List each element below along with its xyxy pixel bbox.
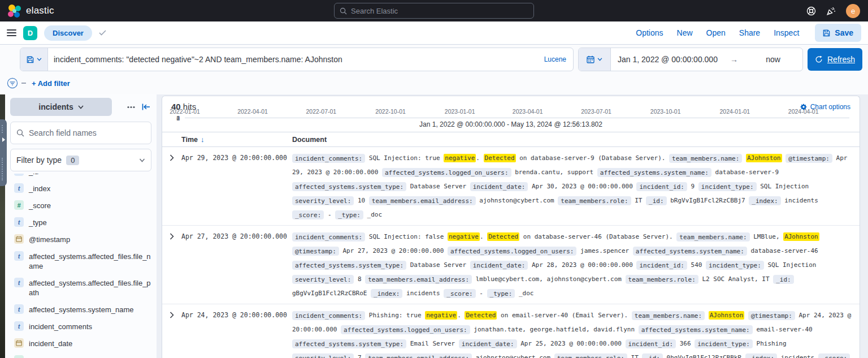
table-row: Apr 29, 2023 @ 20:00:00.000incident_comm… [162, 147, 860, 226]
new-link[interactable]: New [677, 28, 693, 37]
number-field-icon: # [14, 200, 24, 210]
field-name-badge: incident_id: [636, 182, 687, 191]
collapse-sidebar-icon[interactable] [142, 103, 150, 110]
field-item[interactable]: t_index [14, 183, 151, 193]
global-search-input[interactable]: Search Elastic [334, 3, 534, 19]
x-tick-label: 2022-04-01 [237, 108, 268, 115]
x-tick-label: 2022-01-01 [170, 108, 200, 115]
breadcrumb[interactable]: Discover [44, 25, 92, 41]
date-range-arrow: → [724, 55, 744, 64]
field-item[interactable]: tincident_comments [14, 321, 151, 331]
field-name-badge: team_members.email_address: [365, 275, 472, 284]
field-name-badge: incident_comments: [292, 154, 365, 163]
doc-table-body: Apr 29, 2023 @ 20:00:00.000incident_comm… [162, 147, 860, 358]
field-item[interactable]: taffected_systems.system_name [14, 304, 151, 314]
field-name-badge: incident_date: [459, 339, 517, 348]
field-item[interactable]: @timestamp [14, 234, 151, 244]
text-field-icon: t [14, 278, 24, 287]
date-from[interactable]: Jan 1, 2022 @ 00:00:00.000 [611, 55, 724, 64]
newsfeed-icon[interactable] [826, 6, 836, 16]
highlighted-term: AJohnston [783, 232, 819, 241]
field-item[interactable]: t_id [14, 174, 151, 176]
x-tick-label: 2023-01-01 [445, 108, 475, 115]
field-name-badge: affected_systems.logged_on_users: [382, 168, 511, 177]
x-tick-label: 2023-10-01 [650, 108, 681, 115]
options-link[interactable]: Options [636, 28, 663, 37]
highlighted-term: negative [425, 311, 457, 320]
date-quick-menu-button[interactable] [579, 48, 611, 71]
date-to[interactable]: now [744, 55, 802, 64]
field-name-badge: incident_date: [470, 182, 528, 191]
text-field-icon: t [14, 304, 24, 314]
field-name-badge: team_members.name: [669, 154, 742, 163]
field-name-badge: affected_systems.system_name: [633, 247, 747, 256]
help-icon[interactable] [806, 6, 816, 16]
field-item[interactable]: #_score [14, 200, 151, 210]
field-name-badge: @timestamp: [292, 247, 339, 256]
chevron-right-icon [170, 312, 174, 318]
text-field-icon: t [14, 251, 24, 261]
chevron-down-icon [37, 58, 42, 61]
refresh-button[interactable]: Refresh [808, 48, 862, 71]
chevron-down-icon [597, 58, 602, 61]
calendar-icon [587, 55, 594, 63]
highlighted-term: AJohnston [709, 311, 745, 320]
expand-row-button[interactable] [162, 308, 181, 358]
field-name-badge: @timestamp: [748, 311, 795, 320]
content-area: incidents Search field names Filter by t… [0, 94, 868, 358]
open-link[interactable]: Open [706, 28, 726, 37]
share-link[interactable]: Share [739, 28, 760, 37]
field-name-badge: _type: [335, 210, 363, 219]
field-name-badge: _score: [292, 210, 324, 219]
field-name-badge: team_members.role: [554, 353, 627, 358]
index-pattern-select[interactable]: incidents [10, 98, 112, 116]
field-name-badge: _index: [745, 353, 777, 358]
x-tick-label: 2024-01-01 [719, 108, 750, 115]
x-tick-label: 2022-07-01 [306, 108, 336, 115]
field-search-input[interactable]: Search field names [10, 122, 151, 144]
field-search-placeholder: Search field names [29, 128, 97, 137]
elastic-logo-icon [8, 5, 21, 18]
field-name-badge: _index: [749, 196, 780, 205]
collapsed-panel-toggle[interactable] [0, 119, 7, 186]
field-item[interactable]: #incident_id [14, 355, 151, 358]
field-name-badge: team_members.email_address: [365, 353, 472, 358]
field-settings-icon[interactable] [127, 106, 135, 109]
filter-by-type-select[interactable]: Filter by type 0 [10, 149, 151, 171]
highlighted-term: negative [444, 154, 476, 162]
field-item[interactable]: taffected_systems.affected_files.file_na… [14, 251, 151, 271]
filter-icon[interactable] [7, 77, 18, 89]
field-item[interactable]: taffected_systems.affected_files.file_pa… [14, 278, 151, 297]
chevron-down-icon [78, 105, 84, 109]
elastic-logo[interactable]: elastic [8, 5, 54, 18]
time-column-header[interactable]: Time ↓ [181, 135, 292, 144]
field-item[interactable]: incident_date [14, 338, 151, 348]
save-button[interactable]: Save [815, 24, 861, 42]
inspect-link[interactable]: Inspect [774, 28, 799, 37]
date-picker-group: Jan 1, 2022 @ 00:00:00.000 → now [578, 48, 803, 71]
search-icon [340, 7, 347, 15]
field-name-badge: _score: [818, 353, 850, 358]
expand-row-button[interactable] [162, 151, 181, 222]
field-item[interactable]: t_type [14, 217, 151, 227]
highlighted-term: Detected [465, 311, 497, 320]
text-field-icon: t [14, 217, 24, 227]
menu-icon[interactable] [7, 28, 16, 38]
y-tick-label: 4 [176, 115, 180, 122]
add-filter-button[interactable]: + Add filter [32, 79, 70, 88]
field-name-badge: severity_level: [292, 353, 354, 358]
save-button-label: Save [835, 28, 853, 37]
saved-query-menu-button[interactable] [20, 48, 48, 71]
text-field-icon: t [14, 174, 24, 176]
time-range-caption: Jan 1, 2022 @ 00:00:00.000 - May 13, 202… [162, 116, 860, 132]
query-input[interactable]: incident_comments: "detected negative"~2… [48, 55, 537, 64]
query-language-button[interactable]: Lucene [537, 55, 573, 63]
user-avatar[interactable]: e [846, 4, 860, 18]
row-document: incident_comments: SQL Injection: true n… [292, 151, 860, 222]
row-document: incident_comments: Phishing: true negati… [292, 308, 860, 358]
expand-row-button[interactable] [162, 230, 181, 300]
app-badge[interactable]: D [23, 26, 37, 40]
field-name: _index [29, 183, 50, 193]
filter-row: + Add filter [0, 74, 868, 94]
x-axis-line [185, 118, 849, 118]
